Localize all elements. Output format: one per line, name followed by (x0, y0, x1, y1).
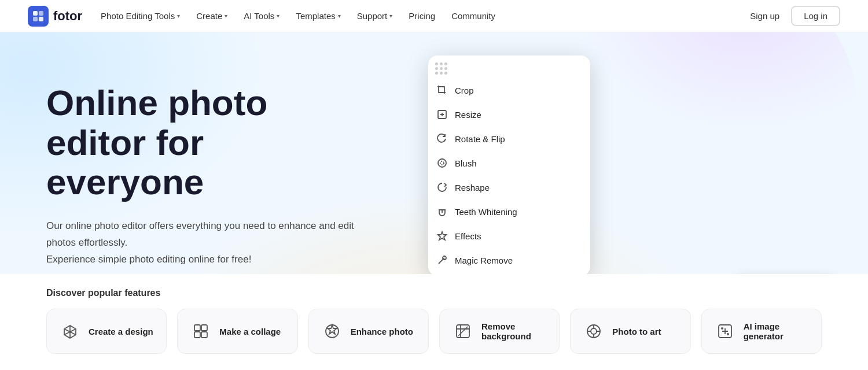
panel-item-effects[interactable]: Effects (428, 224, 590, 248)
panel-item-teeth[interactable]: Teeth Whitening (428, 199, 590, 224)
svg-point-54 (727, 333, 729, 335)
teeth-icon (436, 206, 448, 217)
make-collage-icon (190, 321, 211, 342)
navbar: fotor Photo Editing Tools ▾ Create ▾ AI … (0, 0, 868, 32)
feature-label: Photo to art (612, 327, 661, 336)
svg-rect-43 (194, 325, 200, 331)
hero-subtitle: Our online photo editor offers everythin… (46, 218, 370, 268)
svg-point-22 (624, 185, 629, 190)
svg-marker-40 (438, 232, 446, 240)
feature-card-enhance-photo[interactable]: Enhance photo (308, 309, 429, 354)
features-section-title: Discover popular features (46, 288, 822, 298)
feature-label: Create a design (89, 327, 153, 336)
panel-item-label: Magic Remove (455, 256, 513, 265)
svg-rect-3 (39, 17, 43, 21)
chevron-down-icon: ▾ (225, 13, 227, 19)
chevron-down-icon: ▾ (177, 13, 180, 19)
editor-panel: Crop Resize (428, 56, 590, 276)
panel-item-crop[interactable]: Crop (428, 78, 590, 102)
signup-button[interactable]: Sign up (750, 11, 779, 21)
panel-dots (435, 62, 448, 75)
remove-background-icon (453, 321, 473, 342)
nav-item-ai-tools[interactable]: AI Tools ▾ (244, 11, 279, 21)
feature-label: Enhance photo (351, 327, 413, 336)
nav-item-photo-editing[interactable]: Photo Editing Tools ▾ (101, 11, 180, 21)
nav-item-community[interactable]: Community (451, 11, 495, 21)
panel-item-blush[interactable]: Blush (428, 151, 590, 175)
panel-item-label: Resize (455, 110, 481, 120)
feature-label: Make a collage (219, 327, 281, 336)
svg-point-51 (591, 328, 597, 334)
panel-item-reshape[interactable]: Reshape (428, 175, 590, 199)
panel-item-label: Effects (455, 231, 481, 241)
svg-point-28 (644, 227, 658, 236)
crop-icon (436, 84, 448, 96)
svg-rect-2 (33, 17, 38, 21)
panel-item-label: Rotate & Flip (455, 134, 505, 144)
features-grid: Create a design Make a collage (46, 309, 822, 354)
nav-item-pricing[interactable]: Pricing (409, 11, 435, 21)
reshape-icon (436, 182, 448, 193)
hero-title: Online photo editor for everyone (46, 83, 370, 202)
nav-item-templates[interactable]: Templates ▾ (296, 11, 340, 21)
panel-item-label: Blush (455, 158, 477, 168)
svg-rect-45 (194, 332, 200, 338)
create-design-icon (60, 321, 80, 342)
rotate-icon (436, 133, 448, 145)
feature-card-make-collage[interactable]: Make a collage (177, 309, 297, 354)
feature-card-ai-image-generator[interactable]: AI image generator (701, 309, 822, 354)
editor-panel-inner: Crop Resize (428, 56, 590, 276)
panel-item-label: Teeth Whitening (455, 207, 517, 217)
panel-item-resize[interactable]: Resize (428, 102, 590, 127)
feature-card-remove-background[interactable]: Remove background (439, 309, 560, 354)
features-section: Discover popular features Create a desig… (0, 274, 868, 370)
photo-to-art-icon (583, 321, 604, 342)
panel-item-magic-remove[interactable]: Magic Remove (428, 248, 590, 272)
svg-rect-46 (201, 332, 207, 338)
resize-icon (436, 109, 448, 120)
panel-item-label: Reshape (455, 183, 490, 193)
chevron-down-icon: ▾ (389, 13, 392, 19)
svg-point-53 (721, 327, 723, 330)
magic-remove-icon (436, 254, 448, 266)
logo-icon (28, 6, 49, 27)
nav-item-create[interactable]: Create ▾ (196, 11, 227, 21)
blush-icon (436, 157, 448, 169)
login-button[interactable]: Log in (791, 6, 840, 26)
feature-label: AI image generator (744, 321, 808, 341)
chevron-down-icon: ▾ (277, 13, 279, 19)
effects-icon (436, 230, 448, 242)
svg-rect-0 (33, 11, 38, 16)
enhance-photo-icon (322, 321, 343, 342)
svg-line-49 (458, 327, 468, 336)
feature-card-create-design[interactable]: Create a design (46, 309, 167, 354)
feature-card-photo-to-art[interactable]: Photo to art (570, 309, 690, 354)
svg-rect-44 (201, 325, 207, 331)
hero-section: Online photo editor for everyone Our onl… (0, 32, 868, 370)
panel-tools-row (428, 59, 590, 78)
logo-text: fotor (53, 9, 82, 24)
nav-right: Sign up Log in (750, 6, 840, 26)
feature-label: Remove background (481, 321, 546, 341)
panel-item-label: Crop (455, 86, 474, 95)
svg-point-38 (440, 161, 444, 165)
svg-point-37 (438, 159, 446, 167)
logo-link[interactable]: fotor (28, 6, 82, 27)
svg-rect-1 (39, 11, 43, 16)
nav-item-support[interactable]: Support ▾ (357, 11, 393, 21)
nav-left: fotor Photo Editing Tools ▾ Create ▾ AI … (28, 6, 495, 27)
nav-menu: Photo Editing Tools ▾ Create ▾ AI Tools … (101, 11, 495, 21)
chevron-down-icon: ▾ (338, 13, 341, 19)
ai-generator-icon (715, 321, 735, 342)
panel-item-rotate[interactable]: Rotate & Flip (428, 127, 590, 151)
